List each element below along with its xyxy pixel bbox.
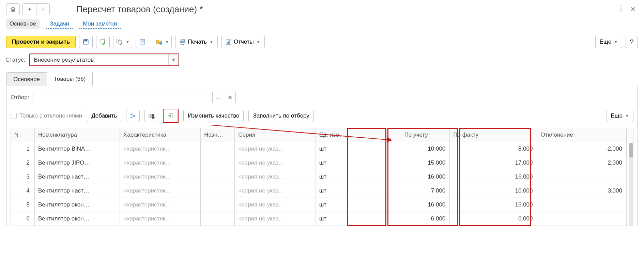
filter-clear-button[interactable]: ✕ (224, 92, 235, 103)
col-nazn[interactable]: Назн… (201, 128, 235, 142)
col-deviation[interactable]: Отклонение (537, 128, 626, 142)
barcode-icon (148, 113, 155, 119)
caret-down-icon: ▾ (168, 54, 179, 65)
svg-rect-24 (149, 114, 150, 118)
col-name[interactable]: Номенклатура (34, 128, 120, 142)
based-on-button[interactable]: ▼ (113, 36, 132, 48)
cell-fact: 16.000 (450, 170, 537, 184)
change-quality-button[interactable]: Изменить качество (183, 110, 244, 122)
table-row[interactable]: 6Вентилятор окон…<характеристик…<серия н… (11, 212, 633, 226)
reports-icon (226, 39, 232, 45)
help-button[interactable]: ? (626, 36, 638, 48)
attachments-button[interactable]: ▼ (153, 36, 172, 48)
cell-fact: 6.000 (450, 212, 537, 226)
cell-dev (537, 170, 626, 184)
post-button[interactable] (96, 36, 110, 48)
cell-unit: шт (316, 170, 401, 184)
section-links: Основное Задачи Мои заметки (0, 16, 644, 34)
split-icon (130, 113, 136, 119)
table-row[interactable]: 2Вентилятор JIPO…<характеристик…<серия н… (11, 156, 633, 170)
table-row[interactable]: 4Вентилятор наст…<характеристик…<серия н… (11, 184, 633, 198)
filter-input[interactable] (33, 92, 212, 103)
import-icon (167, 113, 174, 119)
split-button[interactable] (126, 110, 140, 122)
caret-down-icon: ▼ (210, 40, 213, 44)
filter-browse-button[interactable]: … (212, 92, 224, 103)
col-fact[interactable]: По факту (450, 128, 537, 142)
caret-down-icon: ▼ (257, 40, 260, 44)
reports-button[interactable]: Отчеты ▼ (221, 36, 265, 48)
add-button[interactable]: Добавить (87, 110, 121, 122)
close-icon[interactable]: ✕ (630, 5, 636, 13)
status-value: Внесение результатов (30, 54, 168, 65)
svg-rect-26 (151, 114, 151, 118)
col-char[interactable]: Характеристика (120, 128, 200, 142)
print-button[interactable]: Печать ▼ (175, 36, 218, 48)
cell-nazn (201, 170, 235, 184)
cell-account: 16.000 (401, 170, 450, 184)
more-button[interactable]: Еще ▼ (595, 36, 622, 48)
tab-goods[interactable]: Товары (36) (47, 72, 93, 86)
forward-button[interactable] (36, 3, 50, 15)
save-button[interactable] (79, 36, 93, 48)
printer-icon (180, 39, 186, 45)
register-button[interactable] (136, 36, 149, 48)
goods-table: N Номенклатура Характеристика Назн… Сери… (11, 128, 633, 226)
tab-main[interactable]: Основное (6, 72, 47, 86)
cell-n: 4 (11, 184, 35, 198)
cell-account: 6.000 (401, 212, 450, 226)
home-button[interactable] (6, 3, 20, 15)
barcode-button[interactable] (144, 110, 158, 122)
cell-char: <характеристик… (120, 156, 200, 170)
cell-unit: шт (316, 142, 401, 156)
col-account[interactable]: По учету (401, 128, 450, 142)
caret-down-icon: ▼ (625, 114, 629, 118)
page-title: Пересчет товаров (создание) * (76, 4, 203, 15)
cell-name: Вентилятор окон… (34, 198, 120, 212)
cell-fact: 16.000 (450, 198, 537, 212)
table-row[interactable]: 3Вентилятор наст…<характеристик…<серия н… (11, 170, 633, 184)
cell-name: Вентилятор наст… (34, 170, 120, 184)
kebab-icon[interactable] (620, 5, 622, 13)
cell-series: <серия не указ… (235, 142, 316, 156)
svg-rect-8 (118, 41, 121, 44)
cell-nazn (201, 212, 235, 226)
link-tasks[interactable]: Задачи (46, 19, 73, 29)
table-row[interactable]: 1Вентилятор BINA…<характеристик…<серия н… (11, 142, 633, 156)
post-and-close-button[interactable]: Провести и закрыть (6, 36, 76, 48)
col-unit[interactable]: Ед. изм. (316, 128, 401, 142)
cell-unit: шт (316, 212, 401, 226)
svg-rect-4 (85, 40, 88, 41)
col-n[interactable]: N (11, 128, 35, 142)
cell-nazn (201, 156, 235, 170)
cell-unit: шт (316, 184, 401, 198)
cell-char: <характеристик… (120, 142, 200, 156)
cell-n: 5 (11, 198, 35, 212)
cell-n: 1 (11, 142, 35, 156)
save-icon (83, 39, 89, 45)
link-main[interactable]: Основное (6, 19, 40, 29)
link-notes[interactable]: Мои заметки (79, 19, 121, 29)
only-deviations-checkbox[interactable]: Только с отклонениями (11, 112, 82, 119)
status-select[interactable]: Внесение результатов ▾ (29, 53, 179, 66)
back-button[interactable] (22, 3, 36, 15)
subtoolbar-more-button[interactable]: Еще ▼ (607, 110, 633, 122)
checkbox-icon (11, 113, 17, 119)
svg-point-1 (620, 7, 622, 9)
list-icon (139, 39, 145, 45)
cell-name: Вентилятор BINA… (34, 142, 120, 156)
arrow-left-icon (27, 7, 33, 12)
fill-by-filter-button[interactable]: Заполнить по отбору (248, 110, 313, 122)
cell-char: <характеристик… (120, 184, 200, 198)
vertical-scrollbar[interactable] (629, 143, 633, 226)
col-scroll (626, 128, 633, 142)
cell-name: Вентилятор наст… (34, 184, 120, 198)
based-on-icon (116, 39, 123, 45)
svg-rect-25 (150, 114, 150, 118)
cell-name: Вентилятор JIPO… (34, 156, 120, 170)
cell-series: <серия не указ… (235, 184, 316, 198)
goods-pane: Отбор: … ✕ Только с отклонениями Добавит… (6, 86, 638, 226)
table-row[interactable]: 5Вентилятор окон…<характеристик…<серия н… (11, 198, 633, 212)
col-series[interactable]: Серия (235, 128, 316, 142)
import-button[interactable] (164, 110, 178, 122)
